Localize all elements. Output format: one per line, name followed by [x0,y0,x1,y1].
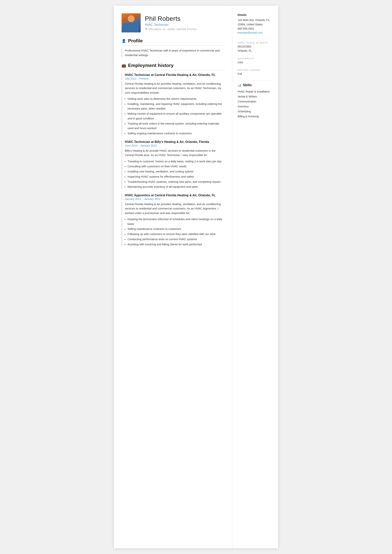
list-item: Troubleshooting HVAC systems, ordering n… [127,180,224,184]
job-2: HVAC Technician at Billy's Heating & Air… [122,140,224,189]
resume-container: Phil Roberts HVAC Technician 📍 ORLANDO, … [114,6,278,548]
header-info: Phil Roberts HVAC Technician 📍 ORLANDO, … [145,15,224,31]
job-2-title: HVAC Technician at Billy's Heating & Air… [125,140,224,144]
avatar-image [122,13,141,32]
dob-section: DATE / PLACE OF BIRTH 05/10/1983 Orlando… [238,42,273,53]
list-item: Making rounds of equipment to ensure all… [127,111,224,121]
list-item: Inspecting HVAC systems for effectivenes… [127,174,224,179]
list-item: Conducting performance tests on current … [127,237,224,242]
driving: Full [238,72,273,76]
job-3-list: Keeping the technicians informed of sche… [122,217,224,247]
job-3-desc: Central Florida Heating & Air provides h… [122,202,224,215]
list-item: Following up with customers to ensure th… [127,232,224,236]
skills-title: Skills [243,83,252,87]
profile-title: Profile [128,38,143,43]
job-3-title: HVAC Apprentice at Central Florida Heati… [125,194,224,197]
job-2-dates: June 2010 – January 2013 [125,144,224,147]
job-1-title: HVAC Technician at Central Florida Heati… [125,73,224,77]
job-1-desc: Central Florida Heating & Air provides h… [122,82,224,95]
phone: 890-555-0401 [238,27,273,31]
job-3-title-row: HVAC Apprentice at Central Florida Heati… [122,194,224,201]
employment-divider [122,70,224,70]
employment-section: 💼 Employment history HVAC Technician at … [122,63,224,247]
candidate-title: HVAC Technician [145,23,224,27]
details-section: Details 143 Main Ave, Orlando, FL, 32804… [238,13,273,34]
driving-label: DRIVING LICENSE [238,69,273,71]
list-item: Consulting with customers on their HVAC … [127,164,224,169]
dob-place: Orlando, FL [238,49,273,53]
list-item: Installing new heating, ventilation, and… [127,169,224,174]
address: 143 Main Ave, Orlando, FL, 32804, United… [238,18,273,27]
skill-4: Scheduling [238,109,273,114]
employment-header: 💼 Employment history [122,63,224,68]
job-1: HVAC Technician at Central Florida Heati… [122,73,224,136]
profile-header: 👤 Profile [122,38,224,43]
job-2-list: Traveling to customer' homes on a daily … [122,159,224,189]
side-divider-2 [238,80,273,81]
employment-icon: 💼 [122,63,126,68]
dob-label: DATE / PLACE OF BIRTH [238,42,273,44]
job-3-dates: January 2011 – January 2013 [125,197,224,201]
skills-icon: 📊 [238,83,241,87]
skill-1: HVAC Repair & Installation [238,89,273,94]
skills-section: 📊 Skills HVAC Repair & Installation Verb… [238,83,273,119]
employment-title: Employment history [128,63,174,68]
list-item: Maintaining accurate inventory of all eq… [127,185,224,189]
profile-section: 👤 Profile Professional HVAC Technician w… [122,38,224,57]
list-item: Keeping the technicians informed of sche… [127,217,224,226]
main-column: Phil Roberts HVAC Technician 📍 ORLANDO, … [114,6,232,548]
profile-icon: 👤 [122,39,126,43]
list-item: Installing, maintaining, and repairing H… [127,102,224,111]
skill-5: Billing & Invoicing [238,114,273,119]
list-item: Traveling to customer' homes on a daily … [127,159,224,164]
dob: 05/10/1983 [238,44,273,49]
nationality: USA [238,60,273,65]
sidebar: Details 143 Main Ave, Orlando, FL, 32804… [232,6,278,548]
resume-header: Phil Roberts HVAC Technician 📍 ORLANDO, … [122,13,224,32]
list-item: Selling ongoing maintenance contracts to… [127,131,224,136]
job-1-title-row: HVAC Technician at Central Florida Heati… [122,73,224,80]
job-3: HVAC Apprentice at Central Florida Heati… [122,194,224,247]
details-title: Details [238,13,273,16]
skills-header: 📊 Skills [238,83,273,87]
list-item: Assisting with invoicing and billing cli… [127,242,224,247]
candidate-name: Phil Roberts [145,15,224,22]
job-2-desc: Billy's Heating & Air provide HVAC servi… [122,149,224,158]
location-text: ORLANDO, FL, 32804, UNITED STATES [148,28,197,31]
location-icon: 📍 [145,28,148,31]
skill-2: Verbal & Written Communication [238,94,273,104]
list-item: Visiting work sites to determine the cli… [127,97,224,101]
driving-section: DRIVING LICENSE Full [238,69,273,76]
avatar [122,13,141,32]
job-1-dates: July 2013 – Present [125,77,224,80]
email-link[interactable]: example@email.com [238,31,263,34]
job-1-list: Visiting work sites to determine the cli… [122,97,224,136]
candidate-location: 📍 ORLANDO, FL, 32804, UNITED STATES [145,28,224,31]
nationality-section: NATIONALITY USA [238,57,273,65]
profile-divider [122,45,224,46]
list-item: Tracking all work orders in the internal… [127,121,224,131]
job-2-title-row: HVAC Technician at Billy's Heating & Air… [122,140,224,147]
nationality-label: NATIONALITY [238,57,273,60]
list-item: Selling maintenance contracts to custome… [127,227,224,231]
skill-3: Inventory [238,104,273,109]
profile-text: Professional HVAC Technician with 6 year… [122,48,224,57]
